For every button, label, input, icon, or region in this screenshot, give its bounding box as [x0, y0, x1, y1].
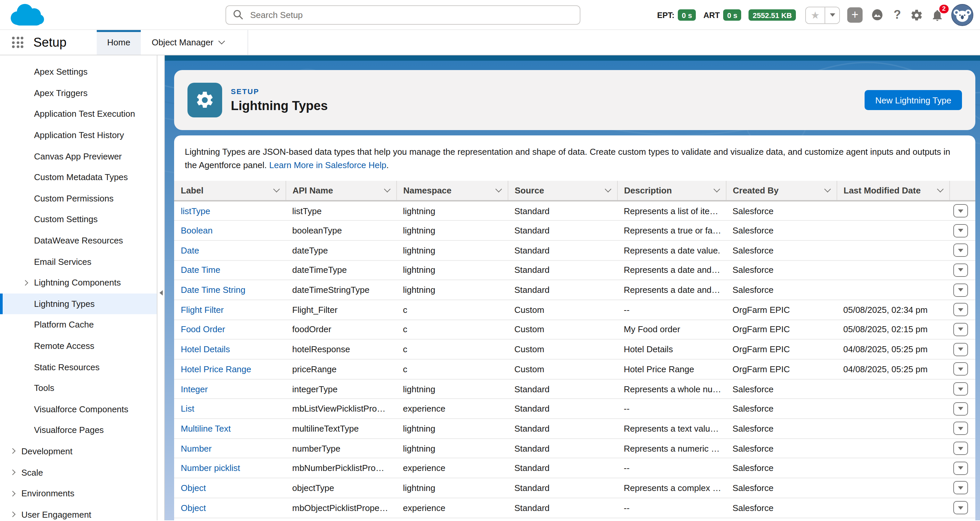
trailhead-button[interactable]: [870, 8, 885, 22]
row-actions-button[interactable]: [953, 442, 968, 455]
cell-last-modified: [837, 379, 949, 399]
table-row: Hotel Details hotelResponse c Custom Hot…: [174, 340, 975, 359]
setup-gear-button[interactable]: [910, 8, 923, 22]
tab-home[interactable]: Home: [96, 30, 141, 55]
plus-icon: +: [851, 8, 858, 22]
row-label-link[interactable]: listType: [181, 206, 210, 216]
favorites-dropdown-button[interactable]: [825, 7, 839, 23]
row-actions-button[interactable]: [953, 402, 968, 415]
user-avatar[interactable]: [951, 4, 973, 26]
quick-create-button[interactable]: +: [847, 7, 862, 23]
sidebar-item-remote-access[interactable]: Remote Access: [0, 335, 157, 356]
row-label-link[interactable]: Food Order: [181, 324, 225, 335]
sidebar-item-application-test-execution[interactable]: Application Test Execution: [0, 103, 157, 124]
column-header-last-modified-date[interactable]: Last Modified Date: [837, 181, 949, 201]
workspace: Apex Settings Apex Triggers Application …: [0, 56, 980, 520]
sidebar-item-visualforce-components[interactable]: Visualforce Components: [0, 399, 157, 419]
cell-description: Represents a text valu…: [617, 419, 726, 438]
row-label-link[interactable]: Object: [181, 503, 206, 513]
row-actions-button[interactable]: [953, 264, 968, 277]
row-actions-button[interactable]: [953, 243, 968, 257]
sidebar-item-canvas-app-previewer[interactable]: Canvas App Previewer: [0, 146, 157, 167]
chevron-down-icon: [824, 186, 830, 192]
row-actions-button[interactable]: [953, 343, 968, 356]
cell-created-by: Salesforce: [726, 260, 837, 280]
row-actions-button[interactable]: [953, 462, 968, 475]
row-actions-button[interactable]: [953, 481, 968, 495]
row-label-link[interactable]: Date Time String: [181, 285, 245, 295]
column-header-namespace[interactable]: Namespace: [396, 181, 508, 201]
sidebar-item-label: User Engagement: [21, 510, 91, 519]
cell-created-by: Salesforce: [726, 438, 837, 458]
sidebar-item-application-test-history[interactable]: Application Test History: [0, 125, 157, 146]
app-launcher-icon[interactable]: [12, 37, 23, 48]
sidebar-item-apex-settings[interactable]: Apex Settings: [0, 61, 157, 83]
sidebar-item-lightning-components[interactable]: Lightning Components: [0, 272, 157, 293]
column-header-api-name[interactable]: API Name: [286, 181, 396, 201]
row-actions-button[interactable]: [953, 362, 968, 376]
sidebar-item-platform-cache[interactable]: Platform Cache: [0, 314, 157, 335]
row-label-link[interactable]: Number: [181, 443, 212, 453]
sidebar-item-dataweave-resources[interactable]: DataWeave Resources: [0, 230, 157, 251]
cell-source: Standard: [508, 438, 617, 458]
search-input[interactable]: [226, 5, 581, 25]
ept-indicator: EPT: 0 s: [657, 10, 696, 21]
cell-namespace: c: [396, 319, 508, 339]
notifications-control: 2: [931, 8, 944, 22]
cell-last-modified: [837, 419, 949, 438]
sidebar-item-visualforce-pages[interactable]: Visualforce Pages: [0, 419, 157, 441]
table-row: Boolean booleanType lightning Standard R…: [174, 221, 975, 240]
sidebar-item-apex-triggers[interactable]: Apex Triggers: [0, 83, 157, 103]
row-label-link[interactable]: Hotel Details: [181, 344, 230, 354]
row-actions-button[interactable]: [953, 303, 968, 316]
row-label-link[interactable]: Integer: [181, 384, 208, 394]
row-label-link[interactable]: Hotel Price Range: [181, 364, 251, 374]
favorite-star-button[interactable]: ★: [806, 7, 825, 23]
new-lightning-type-button[interactable]: New Lightning Type: [865, 90, 962, 110]
row-actions-button[interactable]: [953, 283, 968, 297]
sidebar-item-development[interactable]: Development: [0, 441, 157, 462]
sidebar-item-email-services[interactable]: Email Services: [0, 251, 157, 272]
sidebar-item-custom-settings[interactable]: Custom Settings: [0, 209, 157, 230]
cell-last-modified: [837, 280, 949, 300]
column-header-label[interactable]: Label: [174, 181, 286, 201]
row-actions-button[interactable]: [953, 204, 968, 218]
collapse-sidebar-icon[interactable]: [159, 290, 162, 295]
row-label-link[interactable]: List: [181, 403, 194, 414]
learn-more-link[interactable]: Learn More in Salesforce Help: [269, 160, 386, 170]
sidebar-item-lightning-types[interactable]: Lightning Types: [0, 293, 157, 314]
cell-last-modified: 05/08/2025, 02:34 pm: [837, 300, 949, 319]
column-header-description[interactable]: Description: [617, 181, 726, 201]
cell-source: Standard: [508, 201, 617, 221]
column-header-created-by[interactable]: Created By: [726, 181, 837, 201]
row-label-link[interactable]: Boolean: [181, 226, 213, 235]
sidebar-item-tools[interactable]: Tools: [0, 378, 157, 399]
column-header-actions: [949, 181, 975, 201]
row-label-link[interactable]: Number picklist: [181, 463, 240, 473]
row-label-link[interactable]: Flight Filter: [181, 305, 224, 315]
row-actions-button[interactable]: [953, 323, 968, 336]
row-label-link[interactable]: Date Time: [181, 265, 221, 275]
row-actions-button[interactable]: [953, 224, 968, 237]
row-label-link[interactable]: Date: [181, 245, 199, 255]
row-actions-button[interactable]: [953, 501, 968, 514]
sidebar-item-custom-metadata-types[interactable]: Custom Metadata Types: [0, 167, 157, 188]
lightning-types-card: Lightning Types are JSON-based data type…: [174, 135, 975, 520]
row-label-link[interactable]: Multiline Text: [181, 424, 231, 434]
tab-object-manager[interactable]: Object Manager: [141, 30, 234, 55]
row-actions-button[interactable]: [953, 382, 968, 396]
cell-api-name: dateType: [286, 240, 396, 260]
row-label-link[interactable]: Object: [181, 483, 206, 493]
sidebar-item-environments[interactable]: Environments: [0, 483, 157, 504]
cell-last-modified: 04/08/2025, 05:25 pm: [837, 359, 949, 379]
cell-description: Represents a date and…: [617, 260, 726, 280]
sidebar-item-user-engagement[interactable]: User Engagement: [0, 504, 157, 520]
sidebar-item-scale[interactable]: Scale: [0, 462, 157, 483]
sidebar-item-custom-permissions[interactable]: Custom Permissions: [0, 188, 157, 209]
cell-last-modified: 04/08/2025, 05:25 pm: [837, 340, 949, 359]
help-button[interactable]: ?: [892, 8, 903, 22]
sidebar-item-static-resources[interactable]: Static Resources: [0, 357, 157, 378]
row-actions-button[interactable]: [953, 422, 968, 435]
chevron-right-icon: [11, 449, 19, 453]
column-header-source[interactable]: Source: [508, 181, 617, 201]
